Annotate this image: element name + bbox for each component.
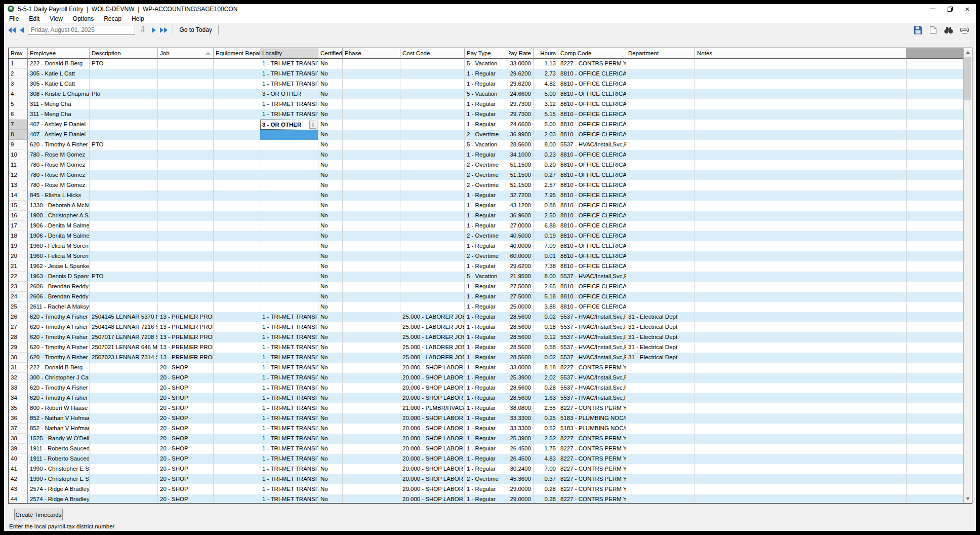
- cell-cost_code[interactable]: [400, 302, 465, 312]
- cell-cost_code[interactable]: [400, 89, 465, 99]
- cell-equipment_repair[interactable]: [214, 170, 260, 180]
- cell-phase[interactable]: [343, 59, 400, 69]
- cell-department[interactable]: [626, 221, 695, 231]
- cell-certified[interactable]: No: [318, 292, 343, 302]
- cell-cost_code[interactable]: 25.000 - LABORER JOB DE...: [400, 342, 465, 353]
- cell-equipment_repair[interactable]: [214, 494, 260, 503]
- cell-notes[interactable]: [695, 494, 907, 503]
- cell-phase[interactable]: [343, 69, 400, 79]
- cell-department[interactable]: [626, 434, 695, 444]
- cell-comp_code[interactable]: 8810 - OFFICE CLERICAL: [558, 99, 626, 109]
- cell-comp_code[interactable]: 8227 - CONTRS PERM YARD: [558, 444, 626, 454]
- cell-cost_code[interactable]: [400, 251, 465, 261]
- cell-comp_code[interactable]: 8810 - OFFICE CLERICAL: [558, 211, 626, 221]
- cell-job[interactable]: 13 - PREMIER PROPER...: [158, 322, 214, 332]
- cell-pay_type[interactable]: 1 - Regular: [465, 403, 509, 413]
- cell-phase[interactable]: [343, 140, 400, 150]
- cell-certified[interactable]: No: [318, 383, 343, 393]
- cell-certified[interactable]: No: [318, 120, 343, 130]
- cell-phase[interactable]: [343, 393, 400, 403]
- cell-equipment_repair[interactable]: [214, 484, 260, 494]
- cell-department[interactable]: [626, 373, 695, 383]
- cell-comp_code[interactable]: 8227 - CONTRS PERM YARD: [558, 494, 626, 503]
- cell-department[interactable]: 31 - Electrical Dept: [626, 322, 695, 332]
- row-header-cell[interactable]: 29: [9, 342, 28, 353]
- column-header-employee[interactable]: Employee: [28, 48, 90, 59]
- cell-certified[interactable]: No: [318, 282, 343, 292]
- cell-equipment_repair[interactable]: [214, 130, 260, 140]
- cell-phase[interactable]: [343, 454, 400, 464]
- cell-pay_rate[interactable]: 33.3300: [509, 413, 534, 424]
- cell-department[interactable]: [626, 494, 695, 503]
- row-header-cell[interactable]: 22: [9, 272, 28, 282]
- cell-locality[interactable]: [260, 221, 318, 231]
- cell-notes[interactable]: [695, 292, 907, 302]
- row-header-cell[interactable]: 15: [9, 201, 28, 211]
- cell-employee[interactable]: 407 - Ashley E Daniel: [28, 130, 90, 140]
- cell-comp_code[interactable]: 5537 - HVAC/Install,Svc,Rep...: [558, 393, 626, 403]
- cell-phase[interactable]: [343, 292, 400, 302]
- cell-pay_type[interactable]: 1 - Regular: [465, 120, 509, 130]
- cell-pay_type[interactable]: 1 - Regular: [465, 302, 509, 312]
- cell-description[interactable]: [90, 180, 158, 190]
- cell-employee[interactable]: 2574 - Ridge A Bradley: [28, 484, 90, 494]
- cell-department[interactable]: [626, 413, 695, 424]
- row-header-cell[interactable]: 41: [9, 464, 28, 474]
- cell-description[interactable]: [90, 241, 158, 251]
- cell-description[interactable]: [90, 221, 158, 231]
- cell-pay_type[interactable]: 1 - Regular: [465, 150, 509, 160]
- cell-locality[interactable]: 1 - TRI-MET TRANSIT: [260, 434, 318, 444]
- row-header-cell[interactable]: 4: [9, 89, 28, 99]
- cell-pay_rate[interactable]: 51.1500: [509, 170, 534, 180]
- cell-notes[interactable]: [695, 201, 907, 211]
- cell-pay_rate[interactable]: 29.6200: [509, 79, 534, 89]
- cell-comp_code[interactable]: 8810 - OFFICE CLERICAL: [558, 79, 626, 89]
- cell-locality[interactable]: [260, 190, 318, 201]
- cell-comp_code[interactable]: 5537 - HVAC/Install,Svc,Rep...: [558, 312, 626, 322]
- cell-cost_code[interactable]: [400, 109, 465, 120]
- cell-pay_type[interactable]: 2 - Overtime: [465, 180, 509, 190]
- cell-equipment_repair[interactable]: [214, 393, 260, 403]
- cell-employee[interactable]: 1960 - Felicia M Sorensen: [28, 241, 90, 251]
- cell-phase[interactable]: [343, 494, 400, 503]
- cell-hours[interactable]: 0.25: [534, 413, 558, 424]
- row-header-cell[interactable]: 6: [9, 109, 28, 120]
- cell-equipment_repair[interactable]: [214, 434, 260, 444]
- cell-notes[interactable]: [695, 79, 907, 89]
- cell-department[interactable]: [626, 211, 695, 221]
- cell-cost_code[interactable]: [400, 59, 465, 69]
- cell-job[interactable]: [158, 292, 214, 302]
- cell-locality[interactable]: [260, 211, 318, 221]
- cell-comp_code[interactable]: 8227 - CONTRS PERM YARD: [558, 464, 626, 474]
- cell-hours[interactable]: 1.75: [534, 444, 558, 454]
- cell-phase[interactable]: [343, 180, 400, 190]
- cell-job[interactable]: [158, 160, 214, 170]
- cell-pay_type[interactable]: 1 - Regular: [465, 241, 509, 251]
- cell-pay_type[interactable]: 5 - Vacation: [465, 140, 509, 150]
- cell-employee[interactable]: 2606 - Brendan Reddy: [28, 292, 90, 302]
- cell-cost_code[interactable]: [400, 231, 465, 241]
- cell-employee[interactable]: 222 - Donald B Berg: [28, 363, 90, 373]
- cell-cost_code[interactable]: [400, 130, 465, 140]
- cell-comp_code[interactable]: 8227 - CONTRS PERM YARD: [558, 434, 626, 444]
- cell-pay_type[interactable]: 1 - Regular: [465, 211, 509, 221]
- cell-hours[interactable]: 0.28: [534, 494, 558, 503]
- cell-certified[interactable]: No: [318, 190, 343, 201]
- cell-pay_rate[interactable]: 36.9600: [509, 211, 534, 221]
- cell-description[interactable]: 2507017 LENNAR 7208 SE BU...: [90, 332, 158, 342]
- cell-pay_type[interactable]: 1 - Regular: [465, 363, 509, 373]
- cell-description[interactable]: [90, 383, 158, 393]
- row-header-cell[interactable]: 32: [9, 373, 28, 383]
- cell-pay_rate[interactable]: 28.5600: [509, 140, 534, 150]
- cell-comp_code[interactable]: 8810 - OFFICE CLERICAL: [558, 190, 626, 201]
- cell-job[interactable]: [158, 89, 214, 99]
- cell-job[interactable]: 20 - SHOP: [158, 383, 214, 393]
- cell-notes[interactable]: [695, 272, 907, 282]
- cell-job[interactable]: 20 - SHOP: [158, 454, 214, 464]
- cell-pay_rate[interactable]: 32.7200: [509, 190, 534, 201]
- cell-job[interactable]: 20 - SHOP: [158, 373, 214, 383]
- cell-pay_type[interactable]: 1 - Regular: [465, 190, 509, 201]
- cell-employee[interactable]: 620 - Timothy A Fisher: [28, 312, 90, 322]
- cell-description[interactable]: 2504145 LENNAR 5370 NE 77...: [90, 312, 158, 322]
- cell-department[interactable]: [626, 241, 695, 251]
